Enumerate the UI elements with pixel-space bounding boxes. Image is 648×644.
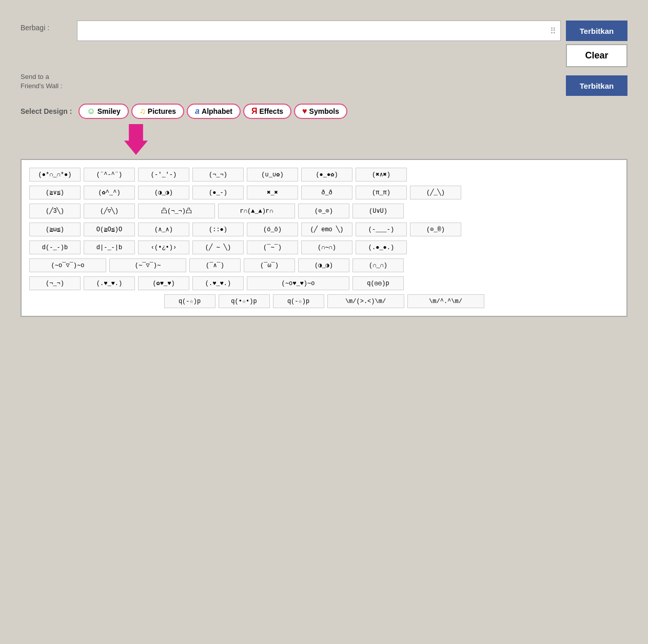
emoticon-btn[interactable]: (∧_∧) (138, 223, 189, 236)
emoticon-btn[interactable]: (¯ω¯) (244, 258, 295, 272)
emoticon-btn[interactable]: 凸(¬_¬)凸 (138, 204, 215, 218)
emoticon-row-3: (╱3╲) (╱▽╲) 凸(¬_¬)凸 ᴦ∩(▲_▲)ᴦ∩ (⊙_⊙) (U∨U… (29, 204, 619, 218)
emoticon-btn[interactable]: ✖_✖ (247, 186, 298, 199)
send-friend-label: Send to a Friend's Wall : (21, 72, 286, 91)
emoticon-btn[interactable]: (¬_¬) (29, 276, 81, 290)
tab-pictures[interactable]: ♫ Pictures (131, 104, 184, 119)
terbitkan-button-2[interactable]: Terbitkan (566, 75, 627, 96)
emoticon-btn[interactable]: (-___-) (356, 223, 407, 236)
emoticon-btn[interactable]: (.♥_♥.) (84, 276, 135, 290)
emoticon-btn[interactable]: (≧∨≦) (29, 186, 81, 199)
emoticon-btn[interactable]: (∼o¯▽¯)∼o (29, 258, 106, 272)
emoticon-btn[interactable]: (╱_╲) (410, 186, 461, 199)
emoticon-btn[interactable]: (◑_◑) (138, 186, 189, 199)
emoticon-btn[interactable]: (ó_ô) (247, 223, 298, 236)
emoticon-btn[interactable]: (.♥_♥.) (192, 276, 244, 290)
emoticon-btn[interactable]: q(-☆)p (164, 294, 215, 308)
emoticon-btn[interactable]: (≧ω≦) (29, 223, 81, 236)
emoticon-btn[interactable]: q(◎◎)p (352, 276, 404, 290)
emoticon-row-1: (●*∩_∩*●) (¨^-^¨) (-'_'-) (¬_¬) (∪_∪✿) (… (29, 168, 619, 182)
symbols-icon: ♥ (302, 107, 307, 116)
emoticon-btn[interactable]: ‹(•¿•)› (138, 240, 189, 254)
emoticon-btn[interactable]: \m/^.^\m/ (407, 294, 484, 308)
emoticon-btn[interactable]: (π_π) (356, 186, 407, 199)
emoticon-row-6: (∼o¯▽¯)∼o (∼¯▽¯)∼ (¯∧¯) (¯ω¯) (◑_◑) (∩_∩… (29, 258, 619, 272)
emoticon-btn[interactable]: (●_●✿) (301, 168, 352, 182)
clear-button[interactable]: Clear (566, 44, 627, 67)
emoticon-btn[interactable]: (∼¯▽¯)∼ (109, 258, 186, 272)
emoticon-row-8: q(-☆)p q(•☆•)p q(-☆)p \m/(>.<)\m/ \m/^.^… (29, 294, 619, 308)
emoticon-btn[interactable]: (∼o♥_♥)∼o (247, 276, 349, 290)
terbitkan-button-2-container: Terbitkan (566, 72, 627, 96)
pictures-label: Pictures (148, 107, 176, 115)
tab-symbols[interactable]: ♥ Symbols (294, 104, 347, 119)
emoticon-btn[interactable]: (⊙_®) (410, 223, 461, 236)
effects-label: Effects (259, 107, 283, 115)
emoticon-btn[interactable]: (-'_'-) (138, 168, 189, 182)
tab-effects[interactable]: Я Effects (243, 104, 291, 119)
terbitkan-button-1[interactable]: Terbitkan (566, 21, 627, 41)
emoticon-btn[interactable]: (U∨U) (352, 204, 404, 218)
input-dots: ⠿ (550, 26, 556, 36)
emoticon-btn[interactable]: q(-☆)p (273, 294, 324, 308)
select-design-label: Select Design : (21, 107, 72, 115)
emoticon-row-4: (≧ω≦) O(≧O≦)O (∧_∧) (::●) (ó_ô) (╱ emo ╲… (29, 223, 619, 236)
emoticon-row-2: (≧∨≦) (✿^_^) (◑_◑) (●_-) ✖_✖ ð_ð (π_π) (… (29, 186, 619, 199)
emoticon-btn[interactable]: (¯∧¯) (189, 258, 241, 272)
emoticon-row-7: (¬_¬) (.♥_♥.) (✿♥_♥) (.♥_♥.) (∼o♥_♥)∼o q… (29, 276, 619, 290)
emoticon-btn[interactable]: (●*∩_∩*●) (29, 168, 81, 182)
emoticon-btn[interactable]: d|-_-|b (84, 240, 135, 254)
emoticon-btn[interactable]: (⊙_⊙) (298, 204, 349, 218)
arrow-indicator (123, 124, 149, 156)
emoticon-btn[interactable]: (¬_¬) (192, 168, 244, 182)
svg-marker-0 (124, 124, 148, 155)
send-friend-row: Send to a Friend's Wall : Terbitkan (21, 72, 627, 96)
emoticon-row-5: d(-_-)b d|-_-|b ‹(•¿•)› (╱ ∼ ╲) (¯∼¯) (∩… (29, 240, 619, 254)
emoticon-btn[interactable]: (●_-) (192, 186, 244, 199)
smiley-label: Smiley (97, 107, 121, 115)
emoticon-btn[interactable]: d(-_-)b (29, 240, 81, 254)
emoticon-btn[interactable]: (✿^_^) (84, 186, 135, 199)
berbagi-label: Berbagi : (21, 21, 77, 32)
berbagi-input-area[interactable]: ⠿ (77, 21, 561, 41)
emoticon-btn[interactable]: (∩_∩) (352, 258, 404, 272)
emoticon-btn[interactable]: \m/(>.<)\m/ (327, 294, 404, 308)
emoticon-btn[interactable]: (✿♥_♥) (138, 276, 189, 290)
emoticon-btn[interactable]: (∩∼∩) (301, 240, 352, 254)
emoticon-btn[interactable]: O(≧O≦)O (84, 223, 135, 236)
emoticon-btn[interactable]: (.●_●.) (356, 240, 407, 254)
alphabet-label: Alphabet (202, 107, 232, 115)
emoticon-btn[interactable]: (╱ emo ╲) (301, 223, 352, 236)
emoticon-btn[interactable]: (◑_◑) (298, 258, 349, 272)
emoticon-btn[interactable]: ᴦ∩(▲_▲)ᴦ∩ (218, 204, 295, 218)
tab-alphabet[interactable]: a Alphabet (187, 104, 241, 119)
alphabet-icon: a (195, 107, 200, 116)
berbagi-row: Berbagi : ⠿ Terbitkan Clear (21, 21, 627, 67)
tab-smiley[interactable]: ☺ Smiley (78, 104, 128, 119)
symbols-label: Symbols (309, 107, 339, 115)
emoticon-btn[interactable]: (╱3╲) (29, 204, 81, 218)
emoticon-btn[interactable]: (╱▽╲) (84, 204, 135, 218)
emoticon-grid: (●*∩_∩*●) (¨^-^¨) (-'_'-) (¬_¬) (∪_∪✿) (… (21, 159, 627, 317)
emoticon-btn[interactable]: (✖∧✖) (356, 168, 407, 182)
pictures-icon: ♫ (140, 107, 146, 116)
emoticon-btn[interactable]: (╱ ∼ ╲) (192, 240, 244, 254)
effects-icon: Я (251, 107, 258, 116)
smiley-icon: ☺ (87, 107, 95, 116)
emoticon-btn[interactable]: q(•☆•)p (219, 294, 270, 308)
main-container: Berbagi : ⠿ Terbitkan Clear Send to a Fr… (10, 10, 638, 327)
select-design-row: Select Design : ☺ Smiley ♫ Pictures a Al… (21, 104, 627, 119)
emoticon-btn[interactable]: (∪_∪✿) (247, 168, 298, 182)
emoticon-btn[interactable]: (::●) (192, 223, 244, 236)
emoticon-btn[interactable]: (¯∼¯) (247, 240, 298, 254)
emoticon-btn[interactable]: (¨^-^¨) (84, 168, 135, 182)
emoticon-btn[interactable]: ð_ð (301, 186, 352, 199)
top-right-buttons: Terbitkan Clear (566, 21, 627, 67)
